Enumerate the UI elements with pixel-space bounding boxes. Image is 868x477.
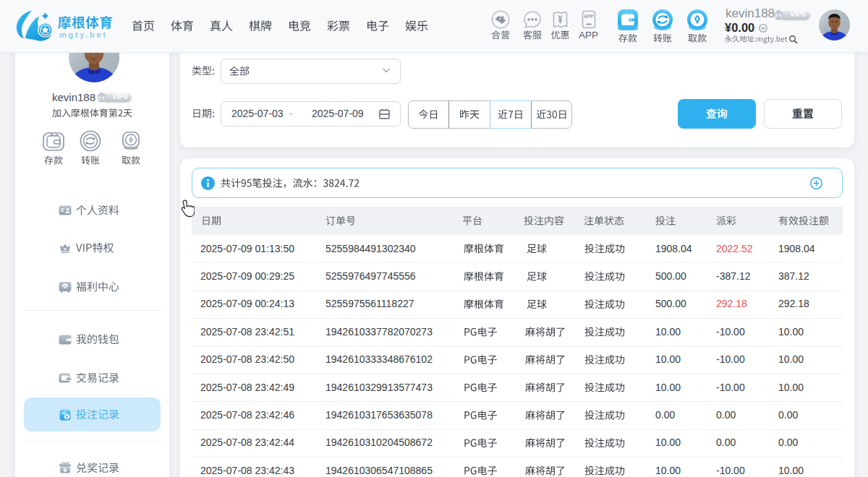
svg-text:APP: APP <box>584 14 594 19</box>
